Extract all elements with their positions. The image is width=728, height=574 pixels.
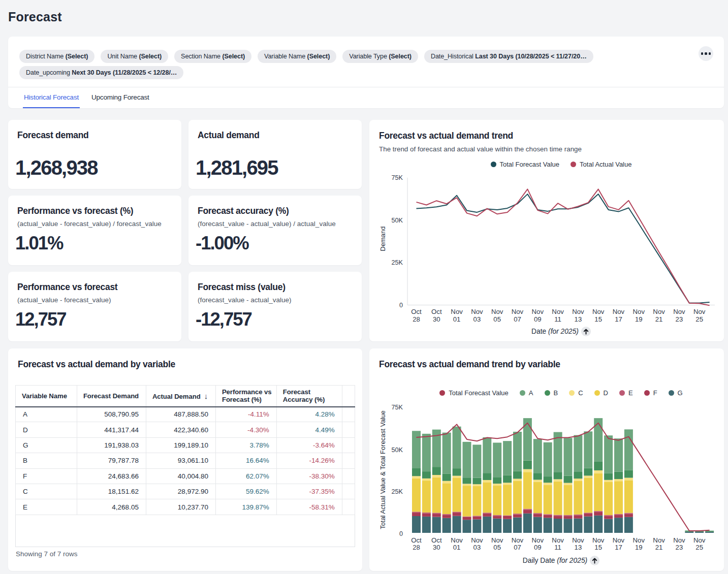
svg-text:03: 03 — [473, 544, 481, 551]
svg-text:Nov: Nov — [693, 308, 706, 315]
svg-text:Nov: Nov — [653, 308, 665, 315]
svg-text:19: 19 — [635, 315, 643, 323]
svg-text:17: 17 — [615, 315, 622, 323]
svg-text:15: 15 — [594, 544, 602, 551]
svg-text:25: 25 — [695, 315, 703, 323]
svg-text:Nov: Nov — [693, 536, 706, 544]
svg-text:05: 05 — [493, 315, 501, 323]
svg-text:Oct: Oct — [411, 308, 422, 315]
svg-text:13: 13 — [575, 315, 582, 323]
svg-text:50K: 50K — [392, 447, 403, 454]
svg-text:Nov: Nov — [552, 536, 564, 544]
svg-text:07: 07 — [514, 315, 521, 323]
svg-text:07: 07 — [514, 544, 521, 551]
svg-text:Nov: Nov — [532, 308, 544, 315]
svg-text:Nov: Nov — [613, 308, 625, 315]
svg-text:13: 13 — [575, 544, 582, 551]
svg-text:03: 03 — [473, 315, 481, 323]
svg-text:28: 28 — [413, 544, 420, 551]
svg-text:Oct: Oct — [431, 308, 442, 315]
svg-text:Demand: Demand — [379, 227, 387, 251]
svg-text:09: 09 — [534, 315, 542, 323]
svg-text:Nov: Nov — [471, 536, 483, 544]
svg-text:Nov: Nov — [471, 308, 483, 315]
svg-text:01: 01 — [453, 544, 461, 551]
svg-text:30: 30 — [433, 315, 440, 323]
svg-text:19: 19 — [635, 544, 643, 551]
svg-text:05: 05 — [493, 544, 501, 551]
svg-text:21: 21 — [655, 544, 663, 551]
svg-text:11: 11 — [554, 544, 561, 551]
svg-text:17: 17 — [615, 544, 622, 551]
svg-text:Nov: Nov — [572, 308, 584, 315]
svg-text:23: 23 — [676, 544, 683, 551]
svg-text:0: 0 — [399, 302, 403, 309]
svg-text:25: 25 — [695, 544, 703, 551]
svg-text:28: 28 — [413, 315, 420, 323]
svg-text:Oct: Oct — [411, 536, 422, 544]
svg-text:Nov: Nov — [532, 536, 544, 544]
svg-text:0: 0 — [399, 530, 403, 537]
svg-text:50K: 50K — [392, 217, 403, 224]
svg-text:23: 23 — [676, 315, 683, 323]
svg-text:Nov: Nov — [592, 308, 605, 315]
svg-text:75K: 75K — [392, 404, 403, 411]
svg-text:Nov: Nov — [572, 536, 584, 544]
svg-text:Nov: Nov — [451, 308, 463, 315]
svg-text:Nov: Nov — [673, 308, 685, 315]
svg-text:Nov: Nov — [512, 536, 524, 544]
svg-text:Nov: Nov — [592, 536, 605, 544]
svg-text:21: 21 — [655, 315, 663, 323]
svg-text:Nov: Nov — [512, 308, 524, 315]
svg-text:Nov: Nov — [451, 536, 463, 544]
svg-text:09: 09 — [534, 544, 542, 551]
svg-text:30: 30 — [433, 544, 440, 551]
svg-text:15: 15 — [594, 315, 602, 323]
svg-text:11: 11 — [554, 315, 561, 323]
svg-text:Oct: Oct — [431, 536, 442, 544]
svg-text:Nov: Nov — [653, 536, 665, 544]
svg-text:Nov: Nov — [613, 536, 625, 544]
svg-text:Nov: Nov — [673, 536, 685, 544]
svg-text:Nov: Nov — [552, 308, 564, 315]
svg-text:01: 01 — [453, 315, 461, 323]
svg-text:Total Actual Value & Total For: Total Actual Value & Total Forecast Valu… — [379, 410, 387, 529]
svg-text:Nov: Nov — [633, 308, 645, 315]
svg-text:25K: 25K — [392, 488, 403, 495]
svg-text:Nov: Nov — [491, 308, 503, 315]
svg-text:Nov: Nov — [491, 536, 503, 544]
svg-text:25K: 25K — [392, 259, 403, 266]
svg-text:Nov: Nov — [633, 536, 645, 544]
svg-text:75K: 75K — [392, 174, 403, 181]
